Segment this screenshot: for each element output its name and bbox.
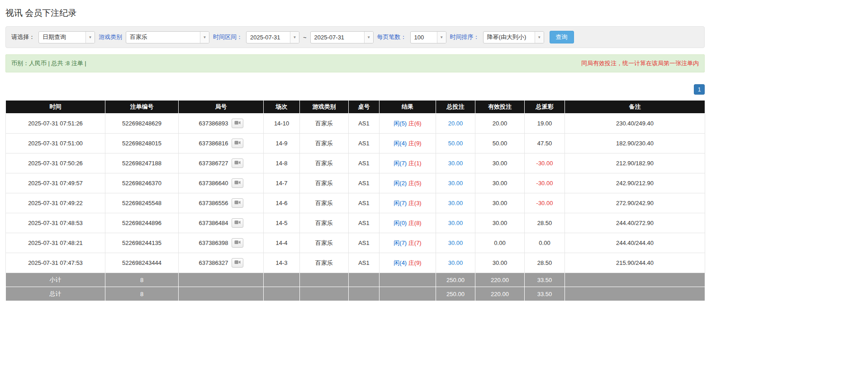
- valid-bet-cell: 30.00: [475, 213, 525, 233]
- payout-cell: -30.00: [525, 173, 565, 193]
- header-payout: 总派彩: [525, 101, 565, 114]
- valid-bet-cell: 50.00: [475, 134, 525, 153]
- round-id-cell: 637386398: [179, 233, 264, 253]
- time-cell: 2025-07-31 07:47:53: [6, 253, 105, 273]
- header-round-id: 局号: [179, 101, 264, 114]
- query-type-input[interactable]: [39, 32, 85, 43]
- total-bet-cell[interactable]: 20.00: [436, 114, 475, 134]
- total-bet-cell[interactable]: 30.00: [436, 173, 475, 193]
- payout-cell: -30.00: [525, 193, 565, 213]
- round-id-wrap: 637386484: [199, 218, 243, 228]
- total-total-bet: 250.00: [436, 287, 475, 301]
- time-sort-label: 时间排序：: [450, 33, 479, 41]
- time-cell: 2025-07-31 07:50:26: [6, 153, 105, 173]
- round-number: 637386640: [199, 180, 228, 187]
- total-bet-cell[interactable]: 30.00: [436, 213, 475, 233]
- payout-cell: 47.50: [525, 134, 565, 153]
- player-result: 闲(7): [394, 200, 407, 206]
- banker-result: 庄(9): [408, 140, 422, 147]
- chevron-down-icon[interactable]: ▼: [364, 32, 373, 43]
- filter-bar: 请选择： ▼ 游戏类别 ▼ 时间区间： ▼ ~ ▼ 每页笔数： ▼ 时间排序： …: [5, 26, 705, 48]
- banker-result: 庄(6): [408, 120, 422, 127]
- header-valid-bet: 有效投注: [475, 101, 525, 114]
- header-time: 时间: [6, 101, 105, 114]
- result-cell: 闲(5) 庄(6): [379, 114, 436, 134]
- date-from-input[interactable]: [247, 32, 290, 43]
- round-id-cell: 637386556: [179, 193, 264, 213]
- round-id-cell: 637386484: [179, 213, 264, 233]
- video-replay-icon: [234, 140, 241, 147]
- time-sort-combo: ▼: [483, 31, 544, 43]
- result-cell: 闲(7) 庄(1): [379, 153, 436, 173]
- player-result: 闲(4): [394, 140, 407, 147]
- total-bet-cell[interactable]: 30.00: [436, 233, 475, 253]
- empty-cell: [349, 273, 379, 287]
- round-id-wrap: 637386640: [199, 178, 243, 188]
- total-valid-bet: 220.00: [475, 287, 525, 301]
- game-type-cell: 百家乐: [300, 134, 349, 153]
- page-size-combo: ▼: [410, 31, 446, 43]
- video-replay-button[interactable]: [232, 139, 243, 148]
- video-replay-button[interactable]: [232, 198, 243, 208]
- date-to-input[interactable]: [311, 32, 364, 43]
- chevron-down-icon[interactable]: ▼: [200, 32, 209, 43]
- subtotal-payout: 33.50: [525, 273, 565, 287]
- chevron-down-icon[interactable]: ▼: [290, 32, 299, 43]
- table-no-cell: AS1: [349, 213, 379, 233]
- table-no-cell: AS1: [349, 253, 379, 273]
- payout-cell: -30.00: [525, 153, 565, 173]
- session-cell: 14-10: [264, 114, 300, 134]
- remark-cell: 244.40/244.40: [565, 233, 705, 253]
- video-replay-icon: [234, 240, 241, 246]
- total-bet-cell[interactable]: 30.00: [436, 153, 475, 173]
- video-replay-button[interactable]: [232, 218, 243, 228]
- valid-bet-cell: 0.00: [475, 233, 525, 253]
- total-bet-cell[interactable]: 30.00: [436, 253, 475, 273]
- page-size-input[interactable]: [411, 32, 437, 43]
- player-result: 闲(7): [394, 160, 407, 167]
- bet-records-table: 时间 注单编号 局号 场次 游戏类别 桌号 结果 总投注 有效投注 总派彩 备注…: [5, 100, 705, 301]
- session-cell: 14-7: [264, 173, 300, 193]
- valid-bet-cell: 20.00: [475, 114, 525, 134]
- video-replay-button[interactable]: [232, 158, 243, 168]
- table-row: 2025-07-31 07:50:26522698247188637386727…: [6, 153, 705, 173]
- game-type-cell: 百家乐: [300, 153, 349, 173]
- result-cell: 闲(2) 庄(5): [379, 173, 436, 193]
- page-button-1[interactable]: 1: [694, 84, 705, 95]
- video-replay-button[interactable]: [232, 119, 243, 128]
- time-sort-input[interactable]: [484, 32, 535, 43]
- chevron-down-icon[interactable]: ▼: [437, 32, 446, 43]
- video-replay-button[interactable]: [232, 238, 243, 248]
- player-result: 闲(7): [394, 240, 407, 246]
- round-number: 637386893: [199, 120, 228, 127]
- game-type-input[interactable]: [126, 32, 200, 43]
- search-button[interactable]: 查询: [550, 31, 574, 43]
- empty-cell: [565, 287, 705, 301]
- pagination: 1: [5, 84, 705, 95]
- total-bet-cell[interactable]: 50.00: [436, 134, 475, 153]
- game-type-cell: 百家乐: [300, 114, 349, 134]
- video-replay-button[interactable]: [232, 178, 243, 188]
- remark-cell: 212.90/182.90: [565, 153, 705, 173]
- time-cell: 2025-07-31 07:48:21: [6, 233, 105, 253]
- session-cell: 14-8: [264, 153, 300, 173]
- player-result: 闲(4): [394, 259, 407, 266]
- video-replay-button[interactable]: [232, 258, 243, 268]
- banker-result: 庄(3): [408, 200, 422, 206]
- table-row: 2025-07-31 07:47:53522698243444637386327…: [6, 253, 705, 273]
- bet-id-cell: 522698247188: [105, 153, 179, 173]
- game-type-label: 游戏类别: [99, 33, 122, 41]
- total-label: 总计: [6, 287, 105, 301]
- empty-cell: [300, 287, 349, 301]
- total-bet-cell[interactable]: 30.00: [436, 193, 475, 213]
- currency-total-info: 币别：人民币 | 总共 :8 注单 |: [11, 59, 86, 67]
- header-total-bet: 总投注: [436, 101, 475, 114]
- chevron-down-icon[interactable]: ▼: [535, 32, 544, 43]
- round-number: 637386327: [199, 259, 228, 266]
- chevron-down-icon[interactable]: ▼: [85, 32, 95, 43]
- query-type-combo: ▼: [38, 31, 95, 43]
- round-id-wrap: 637386727: [199, 158, 243, 168]
- bet-id-cell: 522698243444: [105, 253, 179, 273]
- round-id-wrap: 637386816: [199, 139, 243, 148]
- player-result: 闲(5): [394, 120, 407, 127]
